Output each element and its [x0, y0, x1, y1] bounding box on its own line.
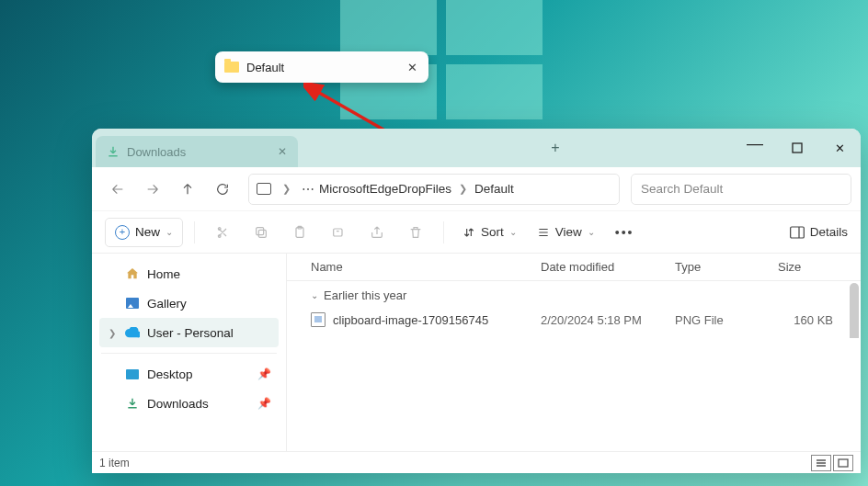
breadcrumb-seg[interactable]: MicrosoftEdgeDropFiles: [319, 182, 451, 196]
pin-icon[interactable]: 📌: [257, 397, 271, 410]
search-input[interactable]: Search Default: [631, 174, 851, 205]
titlebar: Downloads ✕ + — ✕: [92, 129, 861, 167]
svg-rect-7: [790, 227, 804, 238]
close-button[interactable]: ✕: [818, 129, 861, 167]
file-name: clipboard-image-1709156745: [333, 313, 488, 327]
col-name[interactable]: Name: [311, 260, 541, 274]
pin-icon[interactable]: 📌: [257, 367, 271, 380]
column-headers[interactable]: Name Date modified Type Size: [287, 254, 861, 281]
maximize-button[interactable]: [776, 129, 818, 167]
file-row[interactable]: clipboard-image-1709156745 2/20/2024 5:1…: [287, 306, 861, 333]
svg-rect-3: [257, 227, 264, 234]
delete-button[interactable]: [399, 218, 432, 247]
minimize-button[interactable]: —: [734, 129, 776, 163]
list-icon: [537, 226, 550, 239]
chevron-right-icon: ❯: [282, 183, 291, 195]
download-icon: [125, 396, 140, 411]
sort-icon: [463, 226, 475, 239]
group-header[interactable]: ⌄ Earlier this year: [287, 281, 861, 306]
col-type[interactable]: Type: [675, 260, 778, 274]
share-button[interactable]: [360, 218, 394, 247]
file-size: 160 KB: [778, 313, 861, 327]
chevron-down-icon: ⌄: [311, 290, 318, 300]
status-bar: 1 item: [92, 451, 861, 473]
image-file-icon: [311, 312, 326, 327]
plus-icon: +: [115, 225, 130, 240]
paste-button[interactable]: [283, 218, 316, 247]
chevron-right-icon: ❯: [459, 183, 467, 195]
dragged-tab-label: Default: [246, 61, 284, 74]
home-icon: [125, 266, 140, 281]
col-date[interactable]: Date modified: [541, 260, 675, 274]
nav-desktop[interactable]: Desktop 📌: [99, 359, 279, 389]
refresh-button[interactable]: [206, 173, 239, 206]
new-button[interactable]: + New ⌄: [105, 218, 183, 247]
file-list: Name Date modified Type Size ⌄ Earlier t…: [287, 254, 861, 451]
file-explorer-window: Downloads ✕ + — ✕ ❯ ⋯ Micr: [92, 129, 861, 473]
cut-button[interactable]: [206, 218, 239, 247]
details-view-button[interactable]: [811, 455, 831, 471]
download-icon: [107, 145, 120, 158]
svg-rect-9: [839, 459, 848, 467]
svg-rect-1: [793, 143, 802, 153]
copy-button[interactable]: [245, 218, 278, 247]
up-button[interactable]: [171, 173, 204, 206]
new-tab-button[interactable]: +: [537, 129, 574, 167]
rename-button[interactable]: [322, 218, 355, 247]
details-pane-button[interactable]: Details: [790, 225, 848, 239]
breadcrumb[interactable]: ❯ ⋯ MicrosoftEdgeDropFiles ❯ Default: [248, 174, 620, 205]
nav-downloads[interactable]: Downloads 📌: [99, 389, 279, 418]
view-button[interactable]: View ⌄: [530, 218, 602, 247]
thumbnails-view-button[interactable]: [833, 455, 853, 471]
close-icon[interactable]: ✕: [278, 145, 287, 158]
chevron-down-icon: ⌄: [588, 227, 595, 237]
breadcrumb-seg[interactable]: Default: [474, 182, 514, 196]
details-icon: [790, 226, 805, 239]
gallery-icon: [125, 296, 140, 311]
folder-icon: [224, 62, 239, 73]
chevron-down-icon: ⌄: [509, 227, 517, 237]
address-bar: ❯ ⋯ MicrosoftEdgeDropFiles ❯ Default Sea…: [92, 167, 861, 211]
nav-gallery[interactable]: Gallery: [99, 288, 279, 318]
sort-button[interactable]: Sort ⌄: [455, 218, 524, 247]
search-placeholder: Search Default: [641, 182, 723, 196]
col-size[interactable]: Size: [778, 260, 861, 274]
overflow-ellipsis[interactable]: ⋯: [302, 182, 315, 197]
file-type: PNG File: [675, 313, 778, 327]
forward-button[interactable]: [136, 173, 169, 206]
back-button[interactable]: [101, 173, 134, 206]
toolbar: + New ⌄ Sort ⌄ View ⌄ ••• Details: [92, 211, 861, 254]
navigation-pane: Home Gallery ❯ User - Personal Desktop 📌: [92, 254, 287, 451]
nav-home[interactable]: Home: [99, 259, 279, 288]
item-count: 1 item: [99, 457, 130, 469]
svg-rect-2: [258, 230, 266, 237]
close-icon[interactable]: ✕: [405, 61, 419, 74]
desktop-icon: [125, 367, 140, 381]
pc-icon: [257, 183, 271, 195]
onedrive-icon: [125, 325, 140, 340]
more-button[interactable]: •••: [608, 225, 642, 240]
svg-rect-6: [334, 229, 342, 236]
nav-user-personal[interactable]: ❯ User - Personal: [99, 318, 279, 347]
tab-label: Downloads: [127, 145, 186, 159]
dragged-tab[interactable]: Default ✕: [215, 51, 428, 83]
chevron-down-icon: ⌄: [166, 227, 173, 237]
tab-downloads[interactable]: Downloads ✕: [96, 136, 298, 167]
chevron-right-icon: ❯: [107, 328, 118, 338]
file-date: 2/20/2024 5:18 PM: [541, 313, 675, 327]
